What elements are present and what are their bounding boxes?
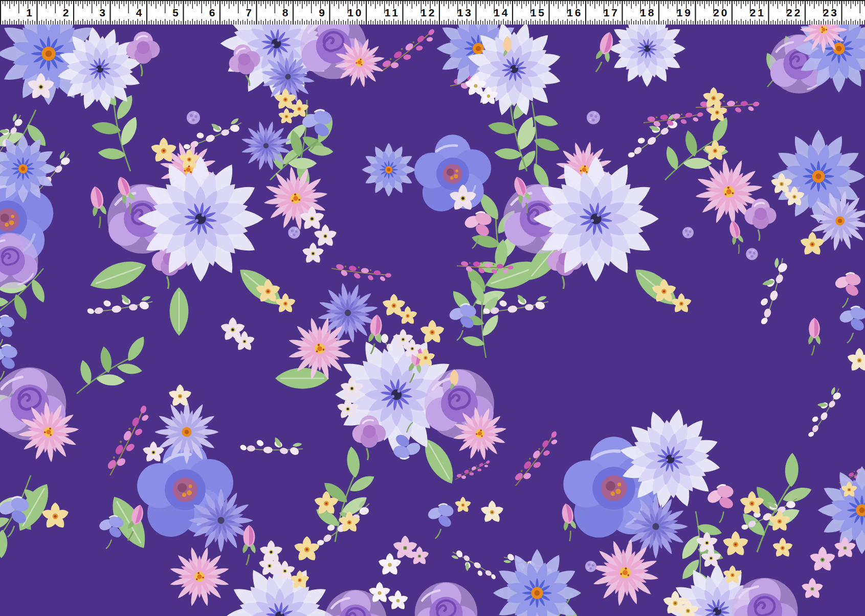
fabric-swatch-photo: 1234567891011121314151617181920212223 — [0, 0, 865, 616]
ruler-number: 15 — [530, 7, 546, 18]
ruler-number: 6 — [209, 7, 217, 18]
floral-pattern — [0, 25, 865, 616]
flower-pompom — [682, 227, 694, 238]
ruler-number: 1 — [26, 7, 34, 18]
ruler-number: 7 — [246, 7, 254, 18]
ruler-number: 4 — [136, 7, 144, 18]
ruler-number: 9 — [319, 7, 327, 18]
ruler-number: 20 — [713, 7, 729, 18]
ruler-ticks: 1234567891011121314151617181920212223 — [0, 0, 865, 25]
ruler-number: 5 — [172, 7, 181, 18]
ruler-number: 22 — [786, 7, 802, 18]
flower-pompom — [585, 561, 596, 572]
ruler-number: 12 — [420, 7, 436, 18]
ruler-number: 23 — [823, 7, 839, 18]
ruler-number: 2 — [63, 7, 71, 18]
flower-pompom — [187, 111, 200, 124]
ruler-number: 8 — [282, 7, 291, 18]
ruler-number: 3 — [99, 7, 107, 18]
ruler-number: 21 — [750, 7, 766, 18]
flower-pompom — [587, 111, 600, 124]
ruler-number: 14 — [494, 7, 509, 18]
ruler-number: 11 — [385, 7, 400, 18]
ruler-number: 18 — [640, 7, 656, 18]
ruler: 1234567891011121314151617181920212223 — [0, 0, 865, 25]
ruler-number: 13 — [457, 7, 473, 18]
flower-pompom — [746, 248, 758, 260]
fabric-print — [0, 25, 865, 616]
ruler-number: 10 — [347, 7, 363, 18]
ruler-number: 17 — [604, 7, 619, 18]
ruler-number: 19 — [677, 7, 693, 18]
flower-pompom — [288, 226, 300, 238]
ruler-number: 16 — [567, 7, 583, 18]
